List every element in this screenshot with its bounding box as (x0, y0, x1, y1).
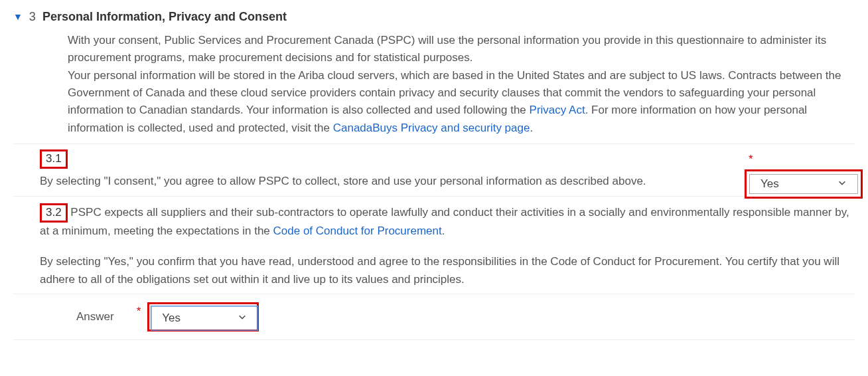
code-of-conduct-link[interactable]: Code of Conduct for Procurement (273, 225, 442, 237)
required-star-3-2: * (137, 303, 141, 320)
answer-label-3-2: Answer (76, 308, 114, 326)
dropdown-value-3-2: Yes (162, 310, 181, 327)
intro-text-1: With your consent, Public Services and P… (68, 34, 826, 64)
section-title: Personal Information, Privacy and Consen… (42, 8, 287, 27)
question-text-3-1: By selecting "I consent," you agree to a… (40, 173, 717, 190)
canadabuys-link[interactable]: CanadaBuys Privacy and security page (333, 122, 530, 134)
section-number: 3 (29, 8, 36, 27)
question-3-1: 3.1 * By selecting "I consent," you agre… (13, 144, 855, 196)
chevron-down-icon (837, 175, 847, 193)
section-header: ▼ 3 Personal Information, Privacy and Co… (13, 8, 855, 27)
answer-row-3-2: Answer * Yes (13, 294, 855, 339)
question-text-3-2-para2: By selecting "Yes," you confirm that you… (40, 253, 855, 288)
chevron-down-icon (238, 310, 247, 327)
question-number-3-1: 3.1 (40, 149, 68, 169)
answer-dropdown-3-2[interactable]: Yes (147, 302, 259, 331)
question-text-3-2b: . (442, 225, 445, 237)
divider (13, 339, 855, 340)
question-3-2: 3.2 PSPC expects all suppliers and their… (13, 197, 855, 294)
privacy-act-link[interactable]: Privacy Act (530, 104, 585, 116)
required-star-3-1: * (749, 151, 753, 168)
caret-down-icon[interactable]: ▼ (13, 10, 23, 25)
intro-text-2c: . (530, 122, 533, 134)
section-intro: With your consent, Public Services and P… (68, 32, 855, 137)
question-number-3-2: 3.2 (40, 203, 68, 223)
answer-dropdown-3-1[interactable]: Yes (745, 169, 863, 199)
dropdown-value-3-1: Yes (760, 175, 779, 193)
